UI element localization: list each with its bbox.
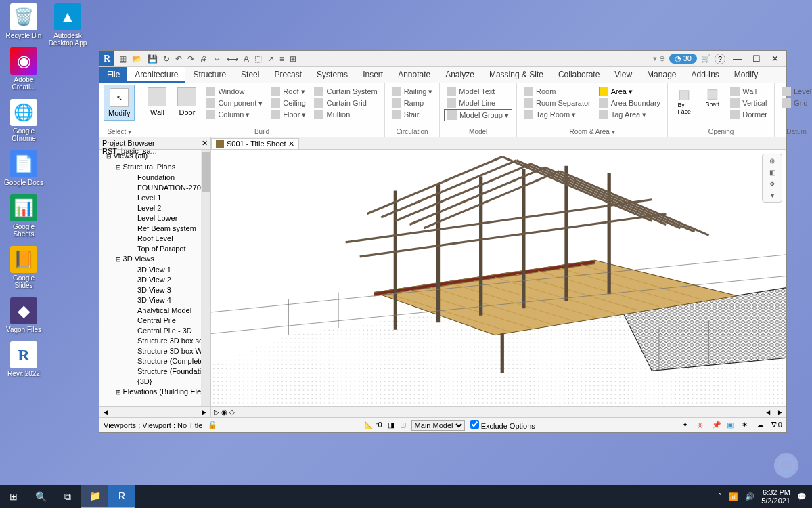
- tree-item[interactable]: Top of Parapet: [99, 244, 210, 254]
- grid-button[interactable]: Grid: [779, 98, 812, 108]
- dropdown-arrow-icon[interactable]: ▾ ⊕: [653, 54, 665, 63]
- start-button[interactable]: ⊞: [0, 485, 27, 508]
- qat-redo-icon[interactable]: ↷: [185, 54, 196, 64]
- google-docs-icon[interactable]: 📄Google Docs: [3, 150, 44, 186]
- close-button[interactable]: ✕: [768, 54, 782, 64]
- tree-item[interactable]: 3D View 4: [99, 295, 210, 305]
- vertical-button[interactable]: Vertical: [727, 98, 770, 108]
- modify-button[interactable]: ↖Modify: [104, 85, 135, 121]
- tab-view[interactable]: View: [607, 67, 639, 83]
- tab-manage[interactable]: Manage: [639, 67, 683, 83]
- status-filter[interactable]: ∇:0: [771, 421, 782, 429]
- tab-modify[interactable]: Modify: [727, 67, 765, 83]
- google-sheets-icon[interactable]: 📊Google Sheets: [3, 194, 44, 238]
- ramp-button[interactable]: Ramp: [389, 98, 436, 108]
- status-worksets-icon[interactable]: ⊞: [400, 421, 406, 429]
- tree-item[interactable]: Central Pile: [99, 316, 210, 326]
- revit-2022-icon[interactable]: RRevit 2022: [3, 341, 44, 377]
- stair-button[interactable]: Stair: [389, 109, 436, 120]
- room-button[interactable]: Room: [521, 86, 593, 97]
- floor-button[interactable]: Floor ▾: [268, 109, 309, 120]
- tab-architecture[interactable]: Architecture: [127, 67, 185, 83]
- wall-button[interactable]: Wall: [143, 85, 171, 119]
- window-button[interactable]: Window: [203, 86, 265, 97]
- shaft-button[interactable]: Shaft: [702, 87, 722, 110]
- column-button[interactable]: Column ▾: [203, 109, 265, 120]
- tray-up-icon[interactable]: ˄: [718, 492, 722, 501]
- status-crop-icon[interactable]: ◨: [388, 421, 394, 429]
- door-button[interactable]: Door: [173, 85, 200, 119]
- minimize-button[interactable]: —: [729, 54, 745, 64]
- nav-cube-icon[interactable]: ◧: [769, 169, 775, 176]
- area-button[interactable]: Area ▾: [596, 86, 663, 97]
- adobe-creative-icon[interactable]: ◉Adobe Creati...: [3, 47, 44, 91]
- autodesk-desktop-icon[interactable]: ▲Autodesk Desktop App: [47, 3, 88, 47]
- canvas-scroll-right[interactable]: ►: [774, 408, 786, 416]
- file-explorer-button[interactable]: 📁: [81, 485, 108, 508]
- 3d-canvas[interactable]: ⊕ ◧ ✥ ▾: [211, 150, 786, 406]
- tab-steel[interactable]: Steel: [233, 67, 267, 83]
- trial-badge[interactable]: ◔ 30: [669, 54, 697, 64]
- tab-annotate[interactable]: Annotate: [390, 67, 438, 83]
- tree-item[interactable]: 3D View 3: [99, 285, 210, 295]
- status-editable-icon[interactable]: 🔓: [208, 421, 217, 429]
- tree-item[interactable]: Level 1: [99, 193, 210, 203]
- tree-item[interactable]: Level 2: [99, 203, 210, 213]
- taskbar-clock[interactable]: 6:32 PM5/2/2021: [761, 488, 790, 505]
- exclude-options-checkbox[interactable]: Exclude Options: [470, 420, 535, 430]
- cart-icon[interactable]: 🛒: [701, 54, 710, 63]
- status-active-icon[interactable]: ✶: [742, 421, 751, 430]
- status-select-icon[interactable]: ✦: [682, 421, 692, 430]
- revit-taskbar-button[interactable]: R: [108, 485, 135, 508]
- search-button[interactable]: 🔍: [27, 485, 54, 508]
- tab-addins[interactable]: Add-Ins: [683, 67, 726, 83]
- qat-text-icon[interactable]: A: [242, 54, 251, 64]
- tree-item[interactable]: FOUNDATION-2700: [99, 183, 210, 193]
- browser-scroll-right[interactable]: ►: [198, 408, 210, 416]
- tab-structure[interactable]: Structure: [185, 67, 233, 83]
- canvas-scroll-left[interactable]: ◄: [762, 408, 774, 416]
- roof-button[interactable]: Roof ▾: [268, 86, 309, 97]
- curtain-grid-button[interactable]: Curtain Grid: [311, 98, 380, 108]
- qat-undo-icon[interactable]: ↶: [173, 54, 184, 64]
- room-separator-button[interactable]: Room Separator: [521, 98, 593, 108]
- model-line-button[interactable]: Model Line: [444, 98, 512, 108]
- qat-sync-icon[interactable]: ↻: [161, 54, 172, 64]
- tree-3d-views[interactable]: 3D Views: [99, 254, 210, 265]
- tree-elevations[interactable]: Elevations (Building Eleva: [99, 387, 210, 398]
- model-group-button[interactable]: Model Group ▾: [444, 109, 512, 121]
- railing-button[interactable]: Railing ▾: [389, 86, 436, 97]
- tab-systems[interactable]: Systems: [309, 67, 355, 83]
- qat-section-icon[interactable]: ↗: [265, 54, 276, 64]
- maximize-button[interactable]: ☐: [749, 54, 764, 64]
- view-control-icon[interactable]: ▷ ◉ ◇: [211, 408, 238, 416]
- browser-scroll-left[interactable]: ◄: [99, 408, 112, 416]
- status-reveal-icon[interactable]: ▣: [727, 421, 736, 430]
- tree-structural-plans[interactable]: Structural Plans: [99, 162, 210, 173]
- qat-close-icon[interactable]: ⊞: [288, 54, 298, 64]
- mullion-button[interactable]: Mullion: [311, 109, 380, 120]
- qat-measure-icon[interactable]: ↔: [211, 54, 223, 64]
- qat-thin-icon[interactable]: ≡: [277, 54, 286, 64]
- tree-item[interactable]: 3D View 1: [99, 265, 210, 275]
- qat-3d-icon[interactable]: ⬚: [252, 54, 264, 64]
- tree-item[interactable]: Structure (Complete): [99, 356, 210, 366]
- tab-collaborate[interactable]: Collaborate: [551, 67, 607, 83]
- tab-insert[interactable]: Insert: [355, 67, 390, 83]
- browser-close-icon[interactable]: ✕: [202, 139, 208, 148]
- qat-save-icon[interactable]: 💾: [145, 54, 160, 64]
- chrome-icon[interactable]: 🌐Google Chrome: [3, 99, 44, 142]
- recycle-bin-icon[interactable]: 🗑️Recycle Bin: [3, 3, 44, 39]
- task-view-button[interactable]: ⧉: [54, 485, 81, 508]
- dormer-button[interactable]: Dormer: [727, 109, 770, 120]
- group-label-room[interactable]: Room & Area ▾: [521, 127, 663, 137]
- tree-views[interactable]: Views (all): [99, 151, 210, 162]
- tab-precast[interactable]: Precast: [267, 67, 309, 83]
- status-link-icon[interactable]: ⚹: [697, 421, 706, 430]
- vagon-files-icon[interactable]: ◆Vagon Files: [3, 297, 44, 333]
- google-slides-icon[interactable]: 📙Google Slides: [3, 246, 44, 289]
- tab-analyze[interactable]: Analyze: [438, 67, 482, 83]
- tab-massing[interactable]: Massing & Site: [482, 67, 551, 83]
- tray-volume-icon[interactable]: 🔊: [745, 492, 754, 501]
- qat-open-icon[interactable]: 📂: [130, 54, 144, 64]
